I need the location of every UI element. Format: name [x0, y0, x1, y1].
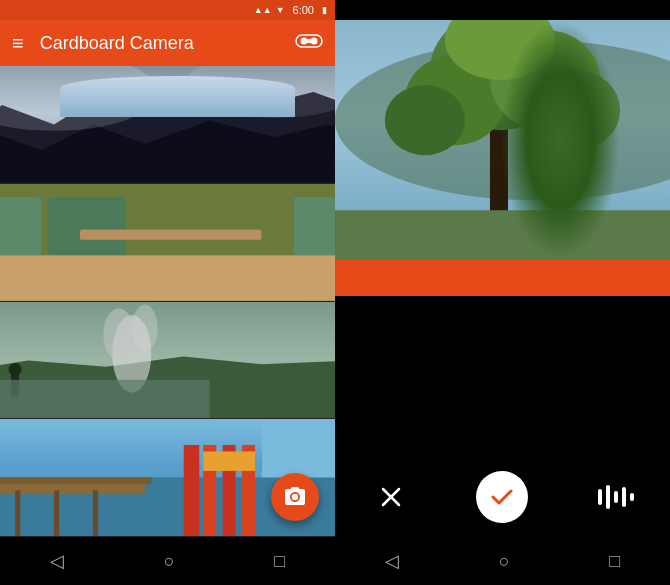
- svg-point-22: [103, 308, 134, 360]
- home-button[interactable]: ○: [144, 543, 195, 580]
- svg-rect-14: [294, 197, 335, 255]
- waveform-button[interactable]: [588, 471, 640, 523]
- svg-rect-29: [0, 484, 145, 494]
- wifi-icon: ▼: [276, 5, 285, 15]
- x-icon: [377, 483, 405, 511]
- status-bar-right: [335, 0, 670, 20]
- svg-point-8: [184, 66, 335, 118]
- status-icons: ▲▲ ▼ 6:00 ▮: [254, 4, 327, 16]
- svg-rect-34: [93, 491, 98, 536]
- svg-marker-54: [335, 260, 395, 296]
- svg-rect-3: [307, 39, 311, 43]
- list-item[interactable]: [0, 66, 335, 184]
- svg-rect-30: [0, 478, 151, 484]
- home-button-right[interactable]: ○: [479, 543, 530, 580]
- camera-preview: [335, 20, 670, 457]
- left-bottom-nav: ◁ ○ □: [0, 537, 335, 585]
- check-icon: [488, 483, 516, 511]
- svg-point-23: [132, 304, 158, 351]
- svg-rect-42: [262, 419, 335, 477]
- scene-top-view: [335, 20, 670, 260]
- svg-rect-35: [184, 445, 200, 536]
- svg-rect-39: [203, 452, 255, 471]
- recents-button-right[interactable]: □: [589, 543, 640, 580]
- camera-fab-button[interactable]: [271, 473, 319, 521]
- svg-rect-71: [606, 485, 610, 509]
- right-bottom-nav: ◁ ○ □: [335, 537, 670, 585]
- back-button-right[interactable]: ◁: [365, 542, 419, 580]
- vr-icon[interactable]: [295, 33, 323, 53]
- svg-rect-74: [630, 493, 634, 501]
- left-panel: ≡ Cardboard Camera: [0, 20, 335, 585]
- svg-point-2: [311, 38, 318, 45]
- recents-button[interactable]: □: [254, 543, 305, 580]
- status-row: ▲▲ ▼ 6:00 ▮: [0, 0, 670, 20]
- list-item[interactable]: [0, 302, 335, 420]
- svg-point-51: [385, 85, 465, 155]
- signal-icon: ▲▲: [254, 5, 272, 15]
- main-container: ≡ Cardboard Camera: [0, 20, 670, 585]
- svg-rect-10: [145, 79, 166, 92]
- svg-rect-9: [151, 89, 159, 115]
- svg-rect-33: [54, 491, 59, 536]
- svg-rect-26: [0, 379, 210, 418]
- divider-arrow: [335, 260, 395, 296]
- svg-point-1: [301, 38, 308, 45]
- svg-rect-72: [614, 491, 618, 503]
- top-bar: ≡ Cardboard Camera: [0, 20, 335, 66]
- menu-button[interactable]: ≡: [12, 32, 24, 55]
- scene-divider: [335, 260, 670, 296]
- list-item[interactable]: [0, 184, 335, 302]
- svg-rect-73: [622, 487, 626, 507]
- svg-rect-53: [335, 210, 670, 260]
- cancel-button[interactable]: [365, 471, 417, 523]
- time-display: 6:00: [293, 4, 314, 16]
- svg-rect-70: [598, 489, 602, 505]
- back-button[interactable]: ◁: [30, 542, 84, 580]
- svg-point-43: [292, 494, 298, 500]
- svg-point-49: [490, 30, 600, 130]
- right-panel: ◁ ○ □: [335, 20, 670, 585]
- app-title: Cardboard Camera: [40, 33, 279, 54]
- svg-rect-12: [0, 197, 41, 255]
- battery-icon: ▮: [322, 5, 327, 15]
- svg-rect-13: [48, 197, 126, 255]
- photo-list: [0, 66, 335, 537]
- status-bar-left: ▲▲ ▼ 6:00 ▮: [0, 0, 335, 20]
- waveform-icon: [594, 483, 634, 511]
- confirm-button[interactable]: [476, 471, 528, 523]
- controls-bar: [335, 457, 670, 537]
- svg-rect-15: [0, 255, 335, 300]
- svg-rect-32: [15, 491, 20, 536]
- svg-rect-16: [80, 229, 262, 239]
- camera-icon: [283, 485, 307, 509]
- svg-point-52: [530, 70, 620, 150]
